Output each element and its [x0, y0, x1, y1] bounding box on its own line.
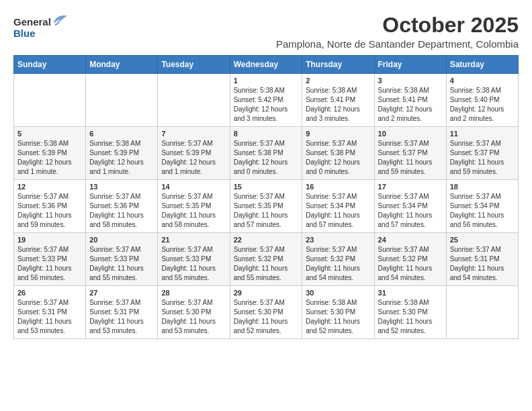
calendar-table: Sunday Monday Tuesday Wednesday Thursday…	[13, 55, 519, 339]
calendar-cell: 26Sunrise: 5:37 AM Sunset: 5:31 PM Dayli…	[14, 286, 86, 339]
day-number: 3	[378, 77, 443, 85]
day-info: Sunrise: 5:37 AM Sunset: 5:30 PM Dayligh…	[161, 298, 226, 336]
day-info: Sunrise: 5:37 AM Sunset: 5:39 PM Dayligh…	[161, 139, 226, 177]
header-saturday: Saturday	[446, 56, 518, 74]
calendar-cell: 3Sunrise: 5:38 AM Sunset: 5:41 PM Daylig…	[374, 74, 446, 127]
calendar-cell: 8Sunrise: 5:37 AM Sunset: 5:38 PM Daylig…	[230, 127, 302, 180]
day-number: 16	[306, 183, 370, 191]
day-info: Sunrise: 5:38 AM Sunset: 5:41 PM Dayligh…	[306, 86, 370, 124]
day-number: 7	[161, 130, 226, 138]
day-number: 15	[234, 183, 299, 191]
day-number: 24	[378, 236, 443, 244]
header-monday: Monday	[86, 56, 158, 74]
day-number: 12	[17, 183, 82, 191]
day-number: 29	[234, 289, 299, 297]
calendar-cell: 1Sunrise: 5:38 AM Sunset: 5:42 PM Daylig…	[230, 74, 302, 127]
calendar-week-row: 5Sunrise: 5:38 AM Sunset: 5:39 PM Daylig…	[14, 127, 519, 180]
title-block: October 2025 Pamplona, Norte de Santande…	[67, 13, 519, 50]
day-number: 22	[234, 236, 299, 244]
calendar-cell: 5Sunrise: 5:38 AM Sunset: 5:39 PM Daylig…	[14, 127, 86, 180]
bird-icon	[52, 13, 67, 26]
calendar-cell: 12Sunrise: 5:37 AM Sunset: 5:36 PM Dayli…	[14, 180, 86, 233]
calendar-cell: 16Sunrise: 5:37 AM Sunset: 5:34 PM Dayli…	[302, 180, 374, 233]
day-info: Sunrise: 5:37 AM Sunset: 5:36 PM Dayligh…	[89, 192, 154, 230]
day-number: 28	[161, 289, 226, 297]
calendar-cell: 29Sunrise: 5:37 AM Sunset: 5:30 PM Dayli…	[230, 286, 302, 339]
day-number: 14	[161, 183, 226, 191]
calendar-week-row: 19Sunrise: 5:37 AM Sunset: 5:33 PM Dayli…	[14, 233, 519, 286]
calendar-cell: 2Sunrise: 5:38 AM Sunset: 5:41 PM Daylig…	[302, 74, 374, 127]
logo-general: General	[13, 16, 51, 28]
calendar-cell: 28Sunrise: 5:37 AM Sunset: 5:30 PM Dayli…	[158, 286, 230, 339]
calendar-cell: 18Sunrise: 5:37 AM Sunset: 5:34 PM Dayli…	[446, 180, 518, 233]
day-number: 23	[306, 236, 370, 244]
day-number: 2	[306, 77, 370, 85]
calendar-cell: 14Sunrise: 5:37 AM Sunset: 5:35 PM Dayli…	[158, 180, 230, 233]
calendar-cell: 25Sunrise: 5:37 AM Sunset: 5:31 PM Dayli…	[446, 233, 518, 286]
calendar-cell: 23Sunrise: 5:37 AM Sunset: 5:32 PM Dayli…	[302, 233, 374, 286]
calendar-cell: 30Sunrise: 5:38 AM Sunset: 5:30 PM Dayli…	[302, 286, 374, 339]
day-number: 27	[89, 289, 154, 297]
header-tuesday: Tuesday	[158, 56, 230, 74]
day-info: Sunrise: 5:37 AM Sunset: 5:37 PM Dayligh…	[450, 139, 515, 177]
calendar-cell	[158, 74, 230, 127]
day-info: Sunrise: 5:37 AM Sunset: 5:34 PM Dayligh…	[450, 192, 515, 230]
calendar-cell: 17Sunrise: 5:37 AM Sunset: 5:34 PM Dayli…	[374, 180, 446, 233]
day-info: Sunrise: 5:37 AM Sunset: 5:32 PM Dayligh…	[306, 245, 370, 283]
day-info: Sunrise: 5:37 AM Sunset: 5:31 PM Dayligh…	[89, 298, 154, 336]
day-info: Sunrise: 5:38 AM Sunset: 5:42 PM Dayligh…	[234, 86, 299, 124]
day-info: Sunrise: 5:37 AM Sunset: 5:30 PM Dayligh…	[234, 298, 299, 336]
month-title: October 2025	[67, 13, 519, 37]
logo: General Blue	[13, 13, 67, 39]
calendar-cell: 11Sunrise: 5:37 AM Sunset: 5:37 PM Dayli…	[446, 127, 518, 180]
logo-text: General Blue	[13, 13, 67, 39]
day-info: Sunrise: 5:38 AM Sunset: 5:41 PM Dayligh…	[378, 86, 443, 124]
day-number: 30	[306, 289, 370, 297]
calendar-cell: 20Sunrise: 5:37 AM Sunset: 5:33 PM Dayli…	[86, 233, 158, 286]
day-number: 19	[17, 236, 82, 244]
calendar-cell: 21Sunrise: 5:37 AM Sunset: 5:33 PM Dayli…	[158, 233, 230, 286]
day-info: Sunrise: 5:38 AM Sunset: 5:39 PM Dayligh…	[17, 139, 82, 177]
day-info: Sunrise: 5:37 AM Sunset: 5:34 PM Dayligh…	[306, 192, 370, 230]
calendar-cell: 9Sunrise: 5:37 AM Sunset: 5:38 PM Daylig…	[302, 127, 374, 180]
calendar-cell: 7Sunrise: 5:37 AM Sunset: 5:39 PM Daylig…	[158, 127, 230, 180]
calendar-cell: 4Sunrise: 5:38 AM Sunset: 5:40 PM Daylig…	[446, 74, 518, 127]
day-info: Sunrise: 5:37 AM Sunset: 5:32 PM Dayligh…	[378, 245, 443, 283]
day-info: Sunrise: 5:37 AM Sunset: 5:34 PM Dayligh…	[378, 192, 443, 230]
calendar-week-row: 1Sunrise: 5:38 AM Sunset: 5:42 PM Daylig…	[14, 74, 519, 127]
day-info: Sunrise: 5:37 AM Sunset: 5:38 PM Dayligh…	[306, 139, 370, 177]
calendar-cell: 10Sunrise: 5:37 AM Sunset: 5:37 PM Dayli…	[374, 127, 446, 180]
calendar-cell	[14, 74, 86, 127]
day-number: 1	[234, 77, 299, 85]
header-thursday: Thursday	[302, 56, 374, 74]
day-number: 18	[450, 183, 515, 191]
day-info: Sunrise: 5:38 AM Sunset: 5:30 PM Dayligh…	[378, 298, 443, 336]
day-number: 8	[234, 130, 299, 138]
calendar-cell: 13Sunrise: 5:37 AM Sunset: 5:36 PM Dayli…	[86, 180, 158, 233]
day-number: 20	[89, 236, 154, 244]
day-info: Sunrise: 5:37 AM Sunset: 5:35 PM Dayligh…	[161, 192, 226, 230]
day-number: 10	[378, 130, 443, 138]
day-number: 6	[89, 130, 154, 138]
calendar-cell: 6Sunrise: 5:38 AM Sunset: 5:39 PM Daylig…	[86, 127, 158, 180]
calendar-cell: 19Sunrise: 5:37 AM Sunset: 5:33 PM Dayli…	[14, 233, 86, 286]
header-sunday: Sunday	[14, 56, 86, 74]
calendar-cell: 27Sunrise: 5:37 AM Sunset: 5:31 PM Dayli…	[86, 286, 158, 339]
day-info: Sunrise: 5:37 AM Sunset: 5:36 PM Dayligh…	[17, 192, 82, 230]
day-info: Sunrise: 5:37 AM Sunset: 5:38 PM Dayligh…	[234, 139, 299, 177]
day-number: 11	[450, 130, 515, 138]
calendar-cell: 31Sunrise: 5:38 AM Sunset: 5:30 PM Dayli…	[374, 286, 446, 339]
calendar-cell: 24Sunrise: 5:37 AM Sunset: 5:32 PM Dayli…	[374, 233, 446, 286]
location-title: Pamplona, Norte de Santander Department,…	[67, 38, 519, 50]
day-number: 13	[89, 183, 154, 191]
calendar-cell: 15Sunrise: 5:37 AM Sunset: 5:35 PM Dayli…	[230, 180, 302, 233]
day-number: 5	[17, 130, 82, 138]
day-number: 26	[17, 289, 82, 297]
day-number: 9	[306, 130, 370, 138]
header-wednesday: Wednesday	[230, 56, 302, 74]
page-header: General Blue October 2025 Pamplona, Nort…	[13, 13, 519, 50]
day-info: Sunrise: 5:37 AM Sunset: 5:35 PM Dayligh…	[234, 192, 299, 230]
day-info: Sunrise: 5:38 AM Sunset: 5:40 PM Dayligh…	[450, 86, 515, 124]
day-info: Sunrise: 5:37 AM Sunset: 5:33 PM Dayligh…	[89, 245, 154, 283]
calendar-header-row: Sunday Monday Tuesday Wednesday Thursday…	[14, 56, 519, 74]
